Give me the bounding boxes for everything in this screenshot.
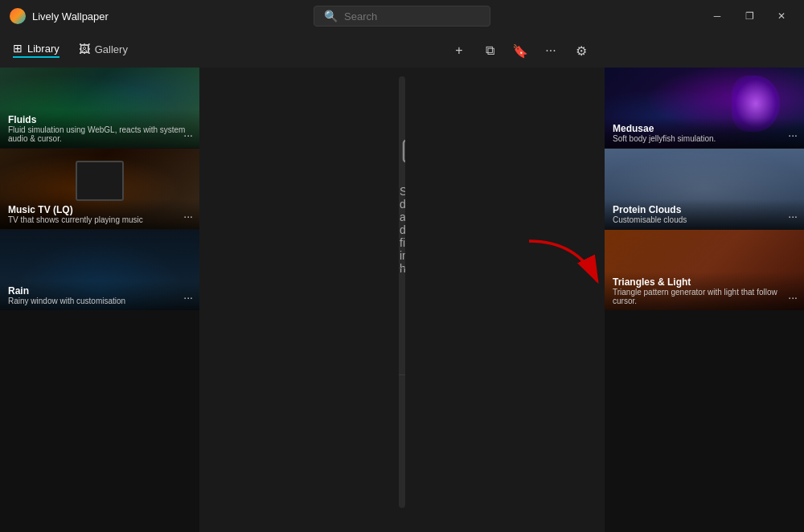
list-item[interactable]: Fluids Fluid simulation using WebGL, rea…: [0, 68, 199, 148]
nav-bar: ⊞ Library 🖼 Gallery: [0, 32, 804, 68]
medusae-overlay: Medusae Soft body jellyfish simulation.: [605, 118, 804, 148]
clouds-more[interactable]: ···: [788, 210, 798, 223]
window-controls: ─ ❐ ✕: [704, 5, 794, 27]
rain-title: Rain: [8, 285, 191, 297]
rain-desc: Rainy window with customisation: [8, 297, 191, 305]
music-desc: TV that shows currently playing music: [8, 215, 191, 224]
bookmark-button[interactable]: 🔖: [507, 38, 534, 63]
rain-more[interactable]: ···: [183, 291, 193, 304]
list-item[interactable]: Medusae Soft body jellyfish simulation. …: [605, 68, 804, 148]
medusae-more[interactable]: ···: [788, 129, 798, 141]
list-item[interactable]: Protein Clouds Customisable clouds ···: [605, 149, 804, 229]
enter-url-section: Enter URL Set the web page of the URL yo…: [399, 374, 405, 508]
wallpaper-list-right: Medusae Soft body jellyfish simulation. …: [605, 68, 804, 532]
more-button[interactable]: ···: [537, 38, 564, 63]
drop-text: Simply drag and drop files into here: [400, 185, 405, 275]
fluids-title: Fluids: [8, 114, 191, 125]
triangles-more[interactable]: ···: [788, 291, 798, 304]
list-item[interactable]: Triangles & Light Triangle pattern gener…: [605, 230, 804, 310]
music-screen: [76, 161, 124, 201]
close-button[interactable]: ✕: [769, 5, 794, 27]
clouds-desc: Customisable clouds: [613, 215, 796, 224]
top-action-buttons: + ⧉ 🔖 ··· ⚙: [445, 38, 595, 63]
triangles-overlay: Triangles & Light Triangle pattern gener…: [605, 272, 804, 310]
layout-button[interactable]: ⧉: [476, 38, 503, 63]
sidebar-item-gallery[interactable]: 🖼 Gallery: [79, 43, 128, 57]
add-wallpaper-dialog: Add Wallpaper Simply drag and drop files…: [399, 76, 405, 508]
list-item[interactable]: Music TV (LQ) TV that shows currently pl…: [0, 149, 199, 229]
app-logo: [10, 8, 26, 24]
app-layout: Fluids Fluid simulation using WebGL, rea…: [0, 32, 804, 532]
music-more[interactable]: ···: [183, 210, 193, 223]
library-icon: ⊞: [13, 42, 23, 55]
fluids-more[interactable]: ···: [183, 129, 193, 141]
medusae-desc: Soft body jellyfish simulation.: [613, 134, 796, 143]
search-icon: 🔍: [324, 10, 338, 23]
minimize-button[interactable]: ─: [704, 5, 730, 27]
choose-file-row[interactable]: Choose a file Set all supported file typ…: [399, 268, 405, 374]
center-area: Add Wallpaper Simply drag and drop files…: [199, 32, 605, 532]
fluids-desc: Fluid simulation using WebGL, reacts wit…: [8, 125, 191, 143]
wallpaper-list-left: Fluids Fluid simulation using WebGL, rea…: [0, 68, 199, 532]
modal-title: Add Wallpaper: [399, 76, 405, 139]
arrow-annotation: [513, 233, 617, 317]
restore-button[interactable]: ❐: [736, 5, 762, 27]
search-bar[interactable]: 🔍: [314, 6, 490, 27]
add-button[interactable]: +: [445, 38, 473, 63]
search-input[interactable]: [344, 10, 480, 23]
sidebar-item-library[interactable]: ⊞ Library: [13, 42, 59, 58]
svg-rect-1: [404, 141, 405, 162]
gallery-icon: 🖼: [79, 43, 90, 55]
library-label: Library: [27, 43, 59, 55]
list-item[interactable]: Rain Rainy window with customisation ···: [0, 230, 199, 310]
triangles-title: Triangles & Light: [613, 276, 796, 288]
triangles-desc: Triangle pattern generator with light th…: [613, 288, 796, 305]
clouds-title: Protein Clouds: [613, 204, 796, 215]
medusae-title: Medusae: [613, 123, 796, 134]
left-panel: Fluids Fluid simulation using WebGL, rea…: [0, 32, 199, 532]
clouds-overlay: Protein Clouds Customisable clouds: [605, 199, 804, 229]
drop-icon: [399, 133, 405, 175]
enter-url-header[interactable]: Enter URL Set the web page of the URL yo…: [399, 375, 405, 508]
right-panel: Medusae Soft body jellyfish simulation. …: [605, 32, 804, 532]
rain-overlay: Rain Rainy window with customisation: [0, 280, 199, 310]
music-title: Music TV (LQ): [8, 204, 191, 215]
titlebar: Lively Wallpaper 🔍 ─ ❐ ✕: [0, 0, 804, 32]
gallery-label: Gallery: [95, 43, 128, 55]
fluids-overlay: Fluids Fluid simulation using WebGL, rea…: [0, 109, 199, 148]
settings-button[interactable]: ⚙: [568, 38, 595, 63]
music-overlay: Music TV (LQ) TV that shows currently pl…: [0, 199, 199, 229]
